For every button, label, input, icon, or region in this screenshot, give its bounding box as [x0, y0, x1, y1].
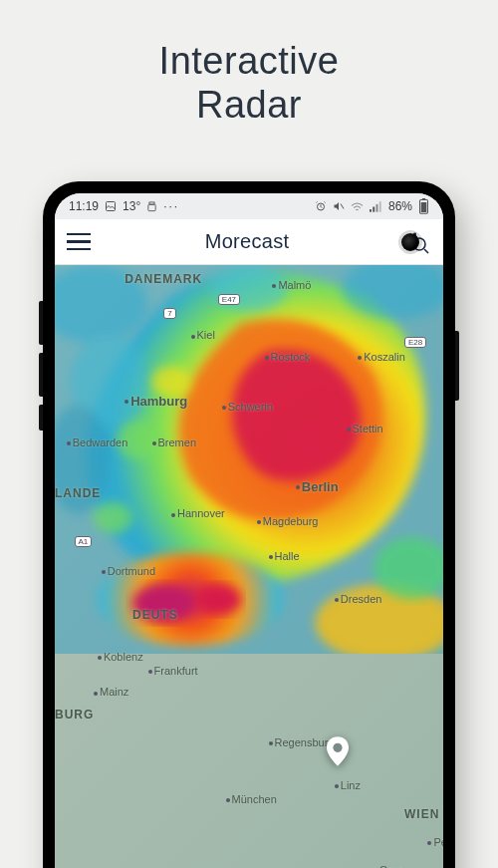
map-city-label: München	[226, 793, 277, 805]
mute-icon	[333, 200, 345, 212]
status-temp: 13°	[123, 199, 140, 213]
promo-line1: Interactive	[0, 40, 498, 84]
svg-line-12	[424, 249, 428, 253]
power-button	[455, 331, 459, 401]
screen: 11:19 13° ···	[55, 193, 443, 868]
svg-rect-5	[373, 206, 374, 211]
map-city-label: Graz	[374, 864, 403, 868]
map-city-label: Dresden	[335, 593, 382, 605]
svg-line-3	[341, 204, 344, 209]
map-route-badge: E28	[404, 337, 426, 348]
map-city-label: BURG	[55, 708, 94, 722]
map-city-label: Bremen	[152, 436, 197, 448]
menu-button[interactable]	[67, 233, 91, 251]
volume-down-button	[39, 353, 43, 397]
battery-icon	[418, 198, 429, 214]
status-time: 11:19	[69, 199, 99, 213]
map-city-label: Frankfurt	[148, 665, 198, 677]
radar-overlay	[55, 265, 443, 654]
svg-rect-7	[379, 201, 381, 211]
map-city-label: Dortmund	[102, 565, 155, 577]
map-city-label: Magdeburg	[257, 515, 319, 527]
map-city-label: Hannover	[171, 507, 225, 519]
svg-rect-10	[421, 202, 427, 212]
map-city-label: Schwerin	[222, 401, 273, 413]
menu-icon	[67, 233, 91, 236]
svg-point-16	[194, 584, 241, 615]
signal-icon	[370, 201, 382, 212]
map-city-label: Malmö	[272, 279, 311, 291]
map-city-label: Stettin	[347, 423, 383, 434]
map-city-label: Bedwarden	[67, 436, 128, 448]
map-city-label: Regensburg	[269, 736, 335, 748]
volume-up-button	[39, 301, 43, 345]
status-battery-pct: 86%	[388, 199, 412, 213]
map-city-label: Hamburg	[124, 394, 187, 409]
map-city-label: Berlin	[296, 479, 339, 494]
map-city-label: Halle	[269, 550, 300, 562]
map-city-label: Linz	[335, 779, 361, 791]
svg-point-26	[94, 502, 132, 533]
map-route-badge: E47	[218, 294, 240, 305]
map-city-label: Koblenz	[98, 651, 143, 663]
status-more: ···	[163, 199, 179, 213]
map-route-badge: A1	[75, 536, 93, 547]
bag-icon	[146, 201, 157, 212]
camera-hole	[401, 233, 419, 251]
map-city-label: Pécs	[427, 836, 443, 848]
image-icon	[105, 200, 117, 212]
svg-point-27	[333, 742, 342, 751]
location-pin-icon[interactable]	[327, 736, 349, 770]
map-city-label: DANEMARK	[124, 272, 202, 286]
app-title: Morecast	[205, 230, 290, 253]
svg-rect-1	[148, 204, 155, 210]
map-city-label: Mainz	[94, 686, 128, 698]
radar-map[interactable]: DANEMARKKielHamburgSchwerinBremenMalmöRo…	[55, 265, 443, 868]
map-route-badge: 7	[163, 308, 175, 319]
alarm-icon	[315, 200, 327, 212]
promo-title: Interactive Radar	[0, 0, 498, 127]
app-bar: Morecast	[55, 219, 443, 265]
status-bar: 11:19 13° ···	[55, 193, 443, 219]
map-city-label: Rostock	[265, 351, 311, 363]
promo-line2: Radar	[0, 84, 498, 128]
map-city-label: DEUTS	[132, 608, 178, 622]
phone-frame: 11:19 13° ···	[43, 181, 455, 868]
wifi-icon	[351, 201, 364, 212]
svg-rect-6	[375, 203, 377, 211]
svg-rect-9	[422, 198, 425, 200]
status-right: 86%	[315, 198, 429, 214]
map-city-label: Koszalin	[358, 351, 405, 363]
svg-rect-4	[370, 209, 372, 212]
map-city-label: WIEN	[404, 807, 439, 821]
status-left: 11:19 13° ···	[69, 199, 179, 213]
map-city-label: LANDE	[55, 486, 101, 500]
side-button	[39, 405, 43, 431]
map-city-label: Kiel	[191, 329, 215, 341]
